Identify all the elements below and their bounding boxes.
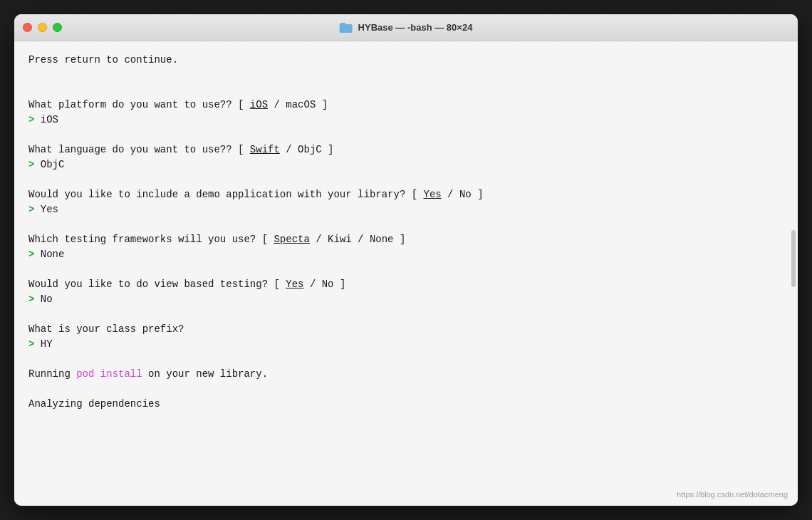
line-running: Running pod install on your new library. [28,367,784,382]
prompt-1: > [28,114,34,125]
ios-option: iOS [250,99,268,110]
traffic-lights [23,23,62,32]
blank-9 [28,382,784,397]
prompt-2: > [28,159,34,170]
scrollbar-thumb[interactable] [791,230,796,287]
line-press-return: Press return to continue. [28,53,784,68]
title-area: HYBase — -bash — 80×24 [340,22,473,33]
blank-5 [28,217,784,232]
swift-option: Swift [250,144,280,155]
prompt-6: > [28,338,34,350]
minimize-button[interactable] [38,23,47,32]
blank-4 [28,172,784,187]
yes-option-1: Yes [424,189,442,200]
prompt-4: > [28,249,34,260]
blank-6 [28,262,784,277]
blank-7 [28,307,784,322]
close-button[interactable] [23,23,32,32]
terminal-body[interactable]: Press return to continue. What platform … [14,41,798,506]
blank-8 [28,352,784,367]
yes-option-2: Yes [286,279,303,290]
blank-1 [28,68,784,83]
blank-3 [28,128,784,142]
folder-icon [340,23,353,33]
line-testing-answer: > None [28,247,784,262]
terminal-window: HYBase — -bash — 80×24 Press return to c… [14,14,798,506]
specta-option: Specta [274,234,309,245]
line-testing-question: Which testing frameworks will you use? [… [28,232,784,247]
line-platform-answer: > iOS [28,113,784,128]
line-view-testing-answer: > No [28,292,784,307]
line-prefix-question: What is your class prefix? [28,322,784,337]
blank-2 [28,83,784,98]
titlebar: HYBase — -bash — 80×24 [14,14,798,41]
line-demo-question: Would you like to include a demo applica… [28,187,784,202]
prompt-3: > [28,204,34,215]
line-language-question: What language do you want to use?? [ Swi… [28,142,784,157]
window-title: HYBase — -bash — 80×24 [358,22,473,33]
line-language-answer: > ObjC [28,157,784,172]
line-demo-answer: > Yes [28,202,784,217]
scrollbar-track[interactable] [791,56,796,492]
watermark: https://blog.csdn.net/dotacmeng [677,490,788,499]
line-platform-question: What platform do you want to use?? [ iOS… [28,98,784,113]
line-view-testing-question: Would you like to do view based testing?… [28,277,784,292]
line-prefix-answer: > HY [28,337,784,352]
maximize-button[interactable] [53,23,62,32]
line-analyzing: Analyzing dependencies [28,397,784,412]
pod-install-text: pod install [76,368,142,380]
prompt-5: > [28,293,34,305]
